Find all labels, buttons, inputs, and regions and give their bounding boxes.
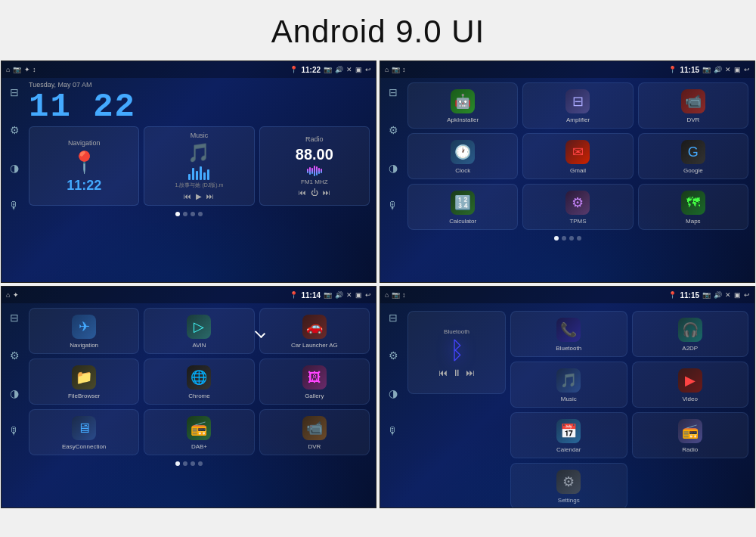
- app-music[interactable]: 🎵 Music: [510, 362, 627, 408]
- mic-icon-2[interactable]: 🎙: [385, 197, 401, 214]
- square-icon-4[interactable]: ▣: [734, 291, 741, 299]
- music-widget[interactable]: Music 🎵 1.故事与她 (DJ版).m ⏮ ▶ ⏭: [144, 126, 254, 206]
- mic-icon-3[interactable]: 🎙: [6, 423, 23, 439]
- app-a2dp[interactable]: 🎧 A2DP: [632, 311, 749, 357]
- music-next[interactable]: ⏭: [206, 192, 214, 200]
- gear-icon-3[interactable]: ⚙: [6, 347, 23, 364]
- gear-icon-2[interactable]: ⚙: [385, 122, 401, 138]
- app-filebrowser[interactable]: 📁 FileBrowser: [29, 359, 139, 405]
- sliders-icon[interactable]: ⊟: [6, 84, 23, 101]
- app-avin[interactable]: ▷ AVIN: [144, 308, 254, 354]
- app-dab[interactable]: 📻 DAB+: [144, 409, 254, 455]
- bt-next[interactable]: ⏭: [466, 368, 475, 378]
- back-icon-1[interactable]: ↩: [365, 66, 371, 73]
- volume-icon-3[interactable]: 🔊: [335, 291, 343, 299]
- back-icon-2[interactable]: ↩: [744, 66, 750, 73]
- screen-3: ⌂ ✦ 📍 11:14 📷 🔊 ✕ ▣ ↩ ⊟ ⚙ ◑ 🎙 ✈ Navigat: [1, 286, 376, 508]
- dot-1-3[interactable]: [191, 212, 195, 216]
- app-calculator[interactable]: 🔢 Calculator: [407, 184, 518, 230]
- home-icon-3[interactable]: ⌂: [6, 291, 10, 299]
- square-icon-1[interactable]: ▣: [355, 66, 362, 73]
- contrast-icon[interactable]: ◑: [6, 160, 23, 176]
- camera-status-1: 📷: [13, 66, 21, 73]
- app-apkinstaller[interactable]: 🤖 ApkInstaller: [407, 82, 518, 129]
- app-clock[interactable]: 🕐 Clock: [407, 133, 518, 179]
- dot-3-3[interactable]: [191, 461, 195, 466]
- volume-icon-2[interactable]: 🔊: [714, 66, 722, 73]
- camera-icon-4[interactable]: 📷: [702, 291, 711, 299]
- close-icon-3[interactable]: ✕: [346, 291, 352, 299]
- widgets-row: Navigation 📍 11:22 Music 🎵: [29, 126, 370, 206]
- dot-3-2[interactable]: [183, 461, 187, 466]
- app-chrome[interactable]: 🌐 Chrome: [144, 359, 254, 405]
- app-navigation[interactable]: ✈ Navigation: [29, 308, 139, 354]
- dot-2-2[interactable]: [562, 236, 566, 241]
- camera-icon-3[interactable]: 📷: [324, 291, 332, 299]
- app-google[interactable]: G Google: [638, 133, 748, 179]
- app-settings[interactable]: ⚙ Settings: [510, 463, 627, 508]
- app-easyconn[interactable]: 🖥 EasyConnection: [29, 409, 139, 455]
- camera-icon-1[interactable]: 📷: [324, 66, 332, 73]
- radio-controls: ⏮ ⏻ ⏭: [299, 188, 330, 197]
- app-bt2[interactable]: 📞 Bluetooth: [510, 311, 627, 357]
- bt-play[interactable]: ⏸: [452, 368, 461, 378]
- app-dvr[interactable]: 📹 DVR: [638, 82, 748, 129]
- gear-icon-4[interactable]: ⚙: [385, 347, 401, 364]
- mic-icon-4[interactable]: 🎙: [385, 423, 401, 439]
- radio-label-4: Radio: [682, 446, 698, 453]
- bt-media-controls: ⏮ ⏸ ⏭: [438, 368, 475, 378]
- close-icon-4[interactable]: ✕: [725, 291, 731, 299]
- bt-prev[interactable]: ⏮: [438, 368, 448, 378]
- dot-2-4[interactable]: [577, 236, 581, 241]
- contrast-icon-4[interactable]: ◑: [385, 385, 401, 402]
- close-icon-1[interactable]: ✕: [346, 66, 352, 73]
- page-title: Android 9.0 UI: [0, 0, 756, 61]
- bluetooth-widget[interactable]: Bluetooth ᛒ ⏮ ⏸ ⏭: [407, 311, 506, 394]
- location-icon-4: 📍: [668, 291, 677, 299]
- back-icon-4[interactable]: ↩: [744, 291, 750, 299]
- app-calendar[interactable]: 📅 Calendar: [510, 412, 627, 458]
- sliders-icon-2[interactable]: ⊟: [385, 84, 401, 101]
- camera-icon-2[interactable]: 📷: [702, 66, 711, 73]
- mic-icon[interactable]: 🎙: [6, 197, 23, 214]
- app-maps[interactable]: 🗺 Maps: [638, 184, 748, 230]
- app-tpms[interactable]: ⚙ TPMS: [522, 184, 633, 230]
- music-play[interactable]: ▶: [196, 192, 202, 200]
- square-icon-3[interactable]: ▣: [355, 291, 362, 299]
- dot-1-2[interactable]: [183, 212, 187, 216]
- radio-prev[interactable]: ⏮: [299, 188, 306, 197]
- home-icon-4[interactable]: ⌂: [385, 291, 389, 299]
- home-icon-2[interactable]: ⌂: [385, 66, 389, 73]
- square-icon-2[interactable]: ▣: [734, 66, 741, 73]
- app-carlaunch[interactable]: 🚗 Car Launcher AG: [259, 308, 370, 354]
- app-radio[interactable]: 📻 Radio: [632, 412, 749, 458]
- radio-widget[interactable]: Radio 88.00 FM1 MHZ ⏮ ⏻: [259, 126, 370, 206]
- dot-1-1[interactable]: [175, 212, 180, 216]
- volume-icon-1[interactable]: 🔊: [335, 66, 343, 73]
- music-note-icon: 🎵: [187, 142, 210, 163]
- radio-next[interactable]: ⏭: [323, 188, 330, 197]
- music-prev[interactable]: ⏮: [184, 192, 191, 200]
- app-gmail[interactable]: ✉ Gmail: [522, 133, 633, 179]
- app-gallery[interactable]: 🖼 Gallery: [259, 359, 370, 405]
- dot-1-4[interactable]: [198, 212, 203, 216]
- contrast-icon-3[interactable]: ◑: [6, 385, 23, 402]
- back-icon-3[interactable]: ↩: [365, 291, 371, 299]
- dot-3-1[interactable]: [175, 461, 180, 466]
- dot-2-1[interactable]: [554, 236, 559, 241]
- sliders-icon-4[interactable]: ⊟: [385, 309, 401, 326]
- nav-widget[interactable]: Navigation 📍 11:22: [29, 126, 139, 206]
- app-dvr2[interactable]: 📹 DVR: [259, 409, 370, 455]
- sliders-icon-3[interactable]: ⊟: [6, 309, 23, 326]
- gear-icon[interactable]: ⚙: [6, 122, 23, 138]
- radio-power[interactable]: ⏻: [311, 188, 318, 197]
- close-icon-2[interactable]: ✕: [725, 66, 731, 73]
- app-amplifier[interactable]: ⊟ Amplifier: [522, 82, 633, 129]
- app-video[interactable]: ▶ Video: [632, 362, 749, 408]
- dot-3-4[interactable]: [198, 461, 203, 466]
- easyconn-icon: 🖥: [72, 416, 96, 440]
- volume-icon-4[interactable]: 🔊: [714, 291, 722, 299]
- dot-2-3[interactable]: [569, 236, 574, 241]
- contrast-icon-2[interactable]: ◑: [385, 160, 401, 176]
- home-icon-1[interactable]: ⌂: [6, 66, 10, 73]
